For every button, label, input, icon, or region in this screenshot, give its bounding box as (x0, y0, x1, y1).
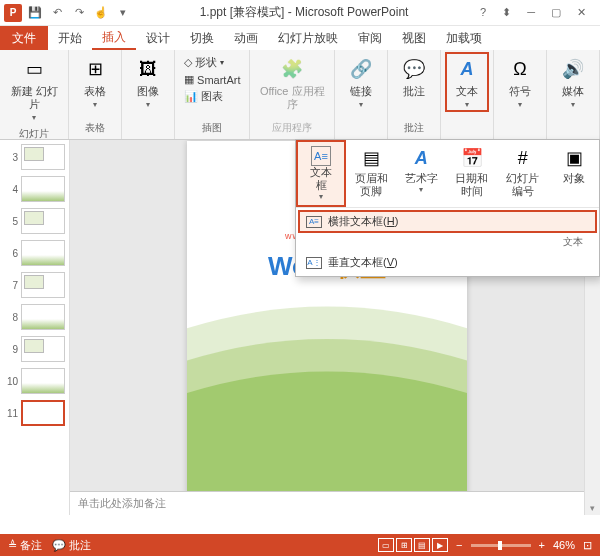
group-text-label: 文本 (298, 233, 597, 251)
horizontal-textbox-item[interactable]: A≡ 横排文本框(H) (298, 210, 597, 233)
maximize-icon[interactable]: ▢ (547, 4, 565, 21)
tab-animation[interactable]: 动画 (224, 26, 268, 50)
tab-view[interactable]: 视图 (392, 26, 436, 50)
slide-thumbnail[interactable]: 8 (4, 304, 65, 330)
table-icon: ⊞ (81, 55, 109, 83)
tab-review[interactable]: 审阅 (348, 26, 392, 50)
slide-thumbnail[interactable]: 11 (4, 400, 65, 426)
symbol-button[interactable]: Ω 符号 ▾ (498, 52, 542, 112)
tab-insert[interactable]: 插入 (92, 26, 136, 50)
undo-icon[interactable]: ↶ (48, 4, 66, 22)
new-slide-icon: ▭ (20, 55, 48, 83)
link-button[interactable]: 🔗 链接 ▾ (339, 52, 383, 112)
slide-preview[interactable] (21, 144, 65, 170)
slide-number: 11 (4, 408, 18, 419)
tab-transition[interactable]: 切换 (180, 26, 224, 50)
textbox-button[interactable]: A≡ 文本框 ▾ (296, 140, 346, 207)
slide-thumbnail[interactable]: 9 (4, 336, 65, 362)
help-icon[interactable]: ? (476, 4, 490, 21)
media-button[interactable]: 🔊 媒体 ▾ (551, 52, 595, 112)
tab-addin[interactable]: 加载项 (436, 26, 492, 50)
chart-button[interactable]: 📊图表 (181, 88, 243, 105)
qat-more-icon[interactable]: ▾ (114, 4, 132, 22)
slide-number: 3 (4, 152, 18, 163)
slide-thumbnail[interactable]: 4 (4, 176, 65, 202)
header-footer-icon: ▤ (357, 144, 385, 172)
group-comment: 批注 (392, 119, 436, 137)
chevron-down-icon: ▾ (571, 100, 575, 109)
slide-thumbnails-panel[interactable]: 34567891011 (0, 140, 70, 515)
zoom-slider[interactable] (471, 544, 531, 547)
comments-icon: 💬 (52, 539, 66, 552)
chart-icon: 📊 (184, 90, 198, 103)
fit-to-window-button[interactable]: ⊡ (583, 539, 592, 552)
new-slide-button[interactable]: ▭ 新建 幻灯片 ▾ (4, 52, 64, 125)
slide-thumbnail[interactable]: 3 (4, 144, 65, 170)
chevron-down-icon: ▾ (359, 100, 363, 109)
ribbon-options-icon[interactable]: ⬍ (498, 4, 515, 21)
slide-thumbnail[interactable]: 7 (4, 272, 65, 298)
slide-preview[interactable] (21, 240, 65, 266)
tab-home[interactable]: 开始 (48, 26, 92, 50)
slide-number: 8 (4, 312, 18, 323)
slideshow-view-button[interactable]: ▶ (432, 538, 448, 552)
tab-design[interactable]: 设计 (136, 26, 180, 50)
title-bar: P 💾 ↶ ↷ ☝ ▾ 1.ppt [兼容模式] - Microsoft Pow… (0, 0, 600, 26)
slide-preview[interactable] (21, 272, 65, 298)
normal-view-button[interactable]: ▭ (378, 538, 394, 552)
notes-pane[interactable]: 单击此处添加备注 (70, 491, 584, 515)
zoom-handle[interactable] (498, 541, 502, 550)
text-gallery-dropdown: A≡ 文本框 ▾ ▤ 页眉和页脚 A 艺术字 ▾ 📅 日期和时间 # 幻灯片 编… (295, 139, 600, 277)
table-button[interactable]: ⊞ 表格 ▾ (73, 52, 117, 112)
datetime-button[interactable]: 📅 日期和时间 (446, 140, 496, 207)
touch-icon[interactable]: ☝ (92, 4, 110, 22)
slide-preview[interactable] (21, 400, 65, 426)
group-illustrations: 插图 (179, 119, 245, 137)
slide-preview[interactable] (21, 176, 65, 202)
object-icon: ▣ (560, 144, 588, 172)
office-apps-button[interactable]: 🧩 Office 应用程序 (254, 52, 330, 114)
slide-preview[interactable] (21, 368, 65, 394)
zoom-in-button[interactable]: + (539, 539, 545, 551)
close-icon[interactable]: ✕ (573, 4, 590, 21)
slide-preview[interactable] (21, 336, 65, 362)
minimize-icon[interactable]: ─ (523, 4, 539, 21)
comment-button[interactable]: 💬 批注 (392, 52, 436, 101)
status-comments[interactable]: 💬批注 (52, 538, 91, 553)
save-icon[interactable]: 💾 (26, 4, 44, 22)
chevron-down-icon: ▾ (518, 100, 522, 109)
view-buttons: ▭ ⊞ ▤ ▶ (378, 538, 448, 552)
slide-preview[interactable] (21, 208, 65, 234)
office-apps-icon: 🧩 (278, 55, 306, 83)
reading-view-button[interactable]: ▤ (414, 538, 430, 552)
text-icon: A (453, 55, 481, 83)
header-footer-button[interactable]: ▤ 页眉和页脚 (346, 140, 396, 207)
wordart-icon: A (407, 144, 435, 172)
zoom-level[interactable]: 46% (553, 539, 575, 551)
document-title: 1.ppt [兼容模式] - Microsoft PowerPoint (132, 4, 476, 21)
zoom-out-button[interactable]: − (456, 539, 462, 551)
smartart-button[interactable]: ▦SmartArt (181, 72, 243, 87)
slide-thumbnail[interactable]: 6 (4, 240, 65, 266)
image-button[interactable]: 🖼 图像 ▾ (126, 52, 170, 112)
shapes-button[interactable]: ◇形状▾ (181, 54, 243, 71)
slide-thumbnail[interactable]: 10 (4, 368, 65, 394)
object-button[interactable]: ▣ 对象 (549, 140, 599, 207)
chevron-down-icon: ▾ (319, 192, 323, 201)
slide-number: 10 (4, 376, 18, 387)
vertical-textbox-item[interactable]: A⋮ 垂直文本框(V) (298, 251, 597, 274)
group-table: 表格 (73, 119, 117, 137)
slide-preview[interactable] (21, 304, 65, 330)
sorter-view-button[interactable]: ⊞ (396, 538, 412, 552)
powerpoint-app-icon: P (4, 4, 22, 22)
tab-slideshow[interactable]: 幻灯片放映 (268, 26, 348, 50)
redo-icon[interactable]: ↷ (70, 4, 88, 22)
link-icon: 🔗 (347, 55, 375, 83)
scroll-down-icon[interactable]: ▾ (590, 503, 595, 513)
slide-thumbnail[interactable]: 5 (4, 208, 65, 234)
status-notes[interactable]: ≜备注 (8, 538, 42, 553)
text-button[interactable]: A 文本 ▾ (445, 52, 489, 112)
wordart-button[interactable]: A 艺术字 ▾ (396, 140, 446, 207)
slide-number-button[interactable]: # 幻灯片 编号 (497, 140, 549, 207)
tab-file[interactable]: 文件 (0, 26, 48, 50)
